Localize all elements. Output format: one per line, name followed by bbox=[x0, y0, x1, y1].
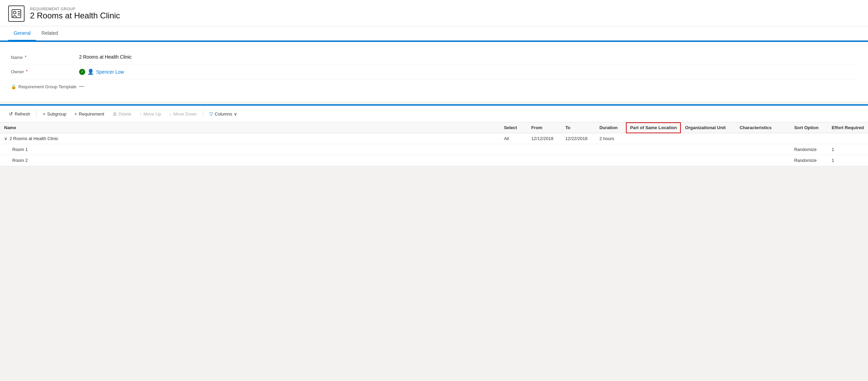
subgroup-button[interactable]: + Subgroup bbox=[40, 109, 70, 119]
grid-toolbar: ↺ Refresh + Subgroup + Requirement 🗑 Del… bbox=[0, 106, 868, 122]
columns-button[interactable]: ▽ Columns ∨ bbox=[206, 109, 241, 119]
required-star-owner: * bbox=[26, 69, 28, 74]
cell-from: 12/12/2018 bbox=[527, 133, 561, 144]
col-header-sort: Sort Option bbox=[790, 122, 827, 133]
delete-button[interactable]: 🗑 Delete bbox=[109, 109, 135, 119]
table-row[interactable]: Room 1Randomize1 bbox=[0, 144, 868, 155]
cell-name: ∨2 Rooms at Health Clinic bbox=[0, 133, 500, 144]
refresh-icon: ↺ bbox=[9, 111, 13, 117]
cell-sortoption: Randomize bbox=[790, 155, 827, 166]
cell-to bbox=[561, 155, 595, 166]
cell-partofsame bbox=[626, 133, 681, 144]
table-row[interactable]: Room 2Randomize1 bbox=[0, 155, 868, 166]
entity-icon bbox=[8, 5, 25, 22]
owner-name[interactable]: Spencer Low bbox=[96, 69, 124, 75]
grid-table: Name Select From To Duration Part of Sam… bbox=[0, 122, 868, 166]
cell-effortrequired bbox=[827, 133, 868, 144]
cell-duration: 2 hours bbox=[595, 133, 626, 144]
page-header: REQUIREMENT GROUP 2 Rooms at Health Clin… bbox=[0, 0, 868, 26]
movedown-icon: ↓ bbox=[169, 111, 172, 117]
cell-sortoption: Randomize bbox=[790, 144, 827, 155]
cell-effortrequired: 1 bbox=[827, 144, 868, 155]
tab-general[interactable]: General bbox=[8, 26, 36, 41]
user-icon: 👤 bbox=[87, 68, 94, 75]
requirement-button[interactable]: + Requirement bbox=[71, 109, 108, 119]
value-template: --- bbox=[79, 83, 857, 89]
col-header-from: From bbox=[527, 122, 561, 133]
cell-from bbox=[527, 144, 561, 155]
tabs-bar: General Related bbox=[0, 26, 868, 41]
label-template: 🔒 Requirement Group Template bbox=[11, 83, 79, 89]
cell-to bbox=[561, 144, 595, 155]
form-section: Name * 2 Rooms at Health Clinic Owner * … bbox=[0, 42, 868, 102]
cell-orgunit bbox=[681, 133, 735, 144]
table-row[interactable]: ∨2 Rooms at Health ClinicAll12/12/201812… bbox=[0, 133, 868, 144]
cell-sortoption bbox=[790, 133, 827, 144]
label-owner: Owner * bbox=[11, 68, 79, 74]
lock-icon: 🔒 bbox=[11, 84, 16, 89]
header-title: 2 Rooms at Health Clinic bbox=[30, 11, 120, 20]
cell-characteristics bbox=[735, 155, 790, 166]
cell-from bbox=[527, 155, 561, 166]
col-header-select: Select bbox=[500, 122, 527, 133]
cell-partofsame bbox=[626, 155, 681, 166]
moveup-button[interactable]: ↑ Move Up bbox=[136, 109, 165, 119]
cell-duration bbox=[595, 155, 626, 166]
cell-characteristics bbox=[735, 133, 790, 144]
separator-1 bbox=[36, 110, 37, 117]
tab-related[interactable]: Related bbox=[36, 26, 63, 41]
cell-orgunit bbox=[681, 144, 735, 155]
label-name: Name * bbox=[11, 54, 79, 60]
chevron-down-icon: ∨ bbox=[234, 111, 237, 117]
col-header-orgunit: Organizational Unit bbox=[681, 122, 735, 133]
movedown-button[interactable]: ↓ Move Down bbox=[166, 109, 200, 119]
col-header-to: To bbox=[561, 122, 595, 133]
table-header-row: Name Select From To Duration Part of Sam… bbox=[0, 122, 868, 133]
form-row-name: Name * 2 Rooms at Health Clinic bbox=[11, 50, 857, 64]
col-header-partofsame: Part of Same Location bbox=[626, 122, 681, 133]
moveup-icon: ↑ bbox=[139, 111, 142, 117]
filter-icon: ▽ bbox=[209, 111, 213, 117]
col-header-name: Name bbox=[0, 122, 500, 133]
required-star: * bbox=[25, 55, 27, 60]
header-text: REQUIREMENT GROUP 2 Rooms at Health Clin… bbox=[30, 7, 120, 20]
cell-name: Room 1 bbox=[0, 144, 500, 155]
cell-name: Room 2 bbox=[0, 155, 500, 166]
cell-characteristics bbox=[735, 144, 790, 155]
col-header-char: Characteristics bbox=[735, 122, 790, 133]
cell-select bbox=[500, 144, 527, 155]
cell-to: 12/22/2018 bbox=[561, 133, 595, 144]
cell-effortrequired: 1 bbox=[827, 155, 868, 166]
grid-section: ↺ Refresh + Subgroup + Requirement 🗑 Del… bbox=[0, 104, 868, 166]
header-subtitle: REQUIREMENT GROUP bbox=[30, 7, 120, 11]
cell-partofsame bbox=[626, 144, 681, 155]
value-name[interactable]: 2 Rooms at Health Clinic bbox=[79, 54, 857, 60]
check-icon: ✓ bbox=[79, 69, 85, 75]
plus-icon-subgroup: + bbox=[43, 111, 46, 117]
form-row-owner: Owner * ✓ 👤 Spencer Low bbox=[11, 64, 857, 79]
chevron-icon[interactable]: ∨ bbox=[4, 136, 8, 141]
cell-select bbox=[500, 155, 527, 166]
cell-orgunit bbox=[681, 155, 735, 166]
plus-icon-requirement: + bbox=[75, 111, 77, 117]
cell-select: All bbox=[500, 133, 527, 144]
cell-duration bbox=[595, 144, 626, 155]
col-header-duration: Duration bbox=[595, 122, 626, 133]
delete-icon: 🗑 bbox=[113, 111, 117, 117]
separator-2 bbox=[203, 110, 203, 117]
form-row-template: 🔒 Requirement Group Template --- bbox=[11, 79, 857, 93]
svg-point-1 bbox=[13, 11, 16, 14]
col-header-effort: Effort Required bbox=[827, 122, 868, 133]
value-owner[interactable]: ✓ 👤 Spencer Low bbox=[79, 68, 857, 75]
refresh-button[interactable]: ↺ Refresh bbox=[5, 109, 34, 119]
